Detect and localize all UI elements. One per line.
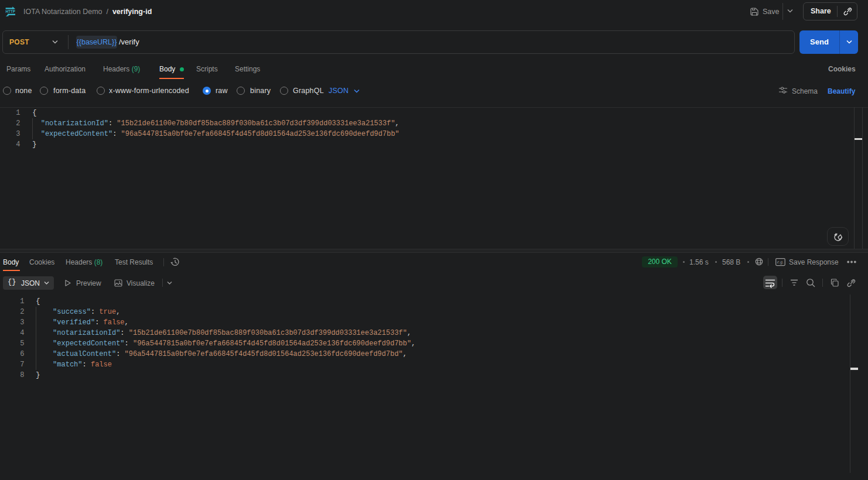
- svg-text:HTTP: HTTP: [5, 9, 15, 14]
- svg-text:e.g.: e.g.: [777, 259, 784, 265]
